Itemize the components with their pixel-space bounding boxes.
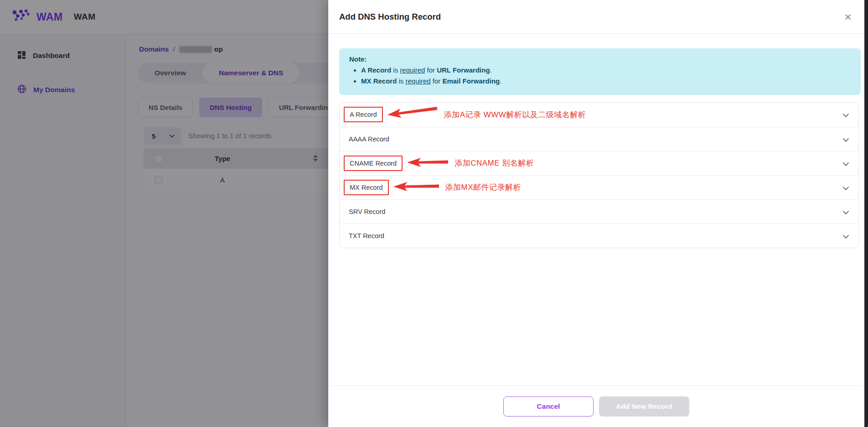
accordion-label: TXT Record bbox=[349, 232, 384, 240]
chevron-down-icon bbox=[842, 111, 849, 120]
red-arrow-left-icon bbox=[387, 103, 439, 122]
add-dns-record-modal: Add DNS Hosting Record ✕ Note: A Record … bbox=[328, 0, 864, 427]
close-icon[interactable]: ✕ bbox=[842, 11, 854, 24]
accordion-row-cname-record[interactable]: CNAME Record 添加CNAME 别名解析 bbox=[340, 151, 858, 175]
accordion-label: CNAME Record bbox=[344, 156, 403, 171]
annotation-text: 添加A记录 WWW解析以及二级域名解析 bbox=[444, 109, 586, 120]
annotation-text: 添加MX邮件记录解析 bbox=[445, 182, 522, 193]
modal-title: Add DNS Hosting Record bbox=[339, 12, 441, 22]
modal-footer: Cancel Add New Record bbox=[328, 385, 864, 427]
accordion-row-aaaa-record[interactable]: AAAA Record bbox=[340, 127, 858, 151]
accordion-label: A Record bbox=[344, 107, 383, 122]
note-bullet: MX Record is required for Email Forwardi… bbox=[361, 76, 851, 87]
chevron-down-icon bbox=[842, 136, 849, 144]
chevron-down-icon bbox=[842, 208, 849, 217]
note-list: A Record is required for URL Forwarding.… bbox=[349, 65, 851, 87]
cancel-button[interactable]: Cancel bbox=[503, 396, 594, 417]
browser-scrollbar[interactable] bbox=[864, 0, 868, 427]
modal-body: Note: A Record is required for URL Forwa… bbox=[328, 34, 864, 385]
accordion-label: SRV Record bbox=[349, 208, 385, 215]
note-bullet: A Record is required for URL Forwarding. bbox=[361, 65, 851, 76]
accordion-row-srv-record[interactable]: SRV Record bbox=[340, 199, 858, 224]
annotation-mx-record: 添加MX邮件记录解析 bbox=[393, 181, 522, 194]
chevron-down-icon bbox=[842, 233, 849, 241]
chevron-down-icon bbox=[842, 184, 849, 193]
add-new-record-button[interactable]: Add New Record bbox=[599, 396, 689, 417]
annotation-cname-record: 添加CNAME 别名解析 bbox=[407, 156, 534, 170]
chevron-down-icon bbox=[842, 160, 849, 168]
red-arrow-left-icon bbox=[393, 181, 440, 194]
note-heading: Note: bbox=[349, 55, 851, 63]
accordion-row-a-record[interactable]: A Record 添加A记录 WWW解析以及二级域名解析 bbox=[340, 103, 858, 127]
annotation-a-record: 添加A记录 WWW解析以及二级域名解析 bbox=[388, 108, 586, 121]
red-arrow-left-icon bbox=[407, 156, 449, 170]
accordion-row-mx-record[interactable]: MX Record 添加MX邮件记录解析 bbox=[340, 175, 858, 199]
record-type-accordion: A Record 添加A记录 WWW解析以及二级域名解析 AAAA Record bbox=[339, 102, 859, 248]
app-window: WAM WAM Dashboard bbox=[0, 0, 868, 427]
note-callout: Note: A Record is required for URL Forwa… bbox=[339, 48, 861, 95]
modal-header: Add DNS Hosting Record ✕ bbox=[328, 0, 864, 34]
accordion-label: MX Record bbox=[344, 180, 389, 195]
accordion-label: AAAA Record bbox=[349, 135, 389, 143]
accordion-row-txt-record[interactable]: TXT Record bbox=[340, 224, 858, 248]
annotation-text: 添加CNAME 别名解析 bbox=[455, 158, 534, 168]
